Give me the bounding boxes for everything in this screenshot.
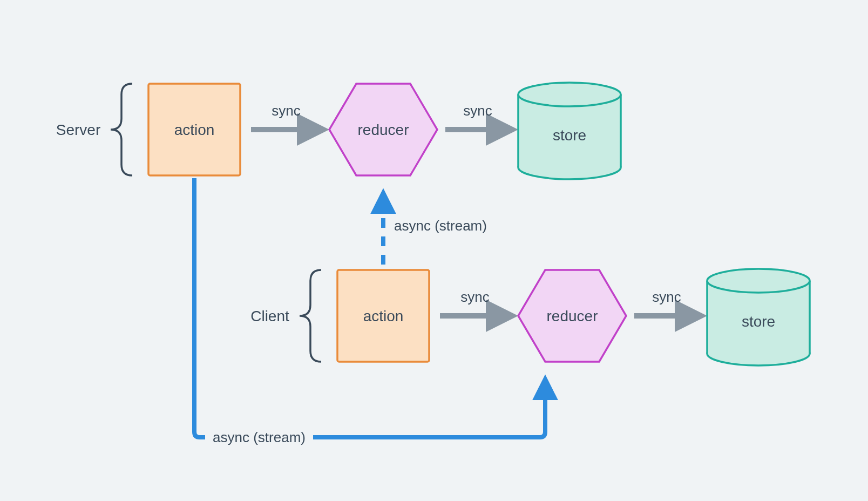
client-label: Client: [250, 308, 289, 324]
svg-point-9: [707, 269, 810, 293]
client-sync-label-2: sync: [652, 289, 681, 305]
server-reducer-label: reducer: [358, 121, 409, 138]
server-brace: [111, 84, 132, 175]
async-stream-label-1: async (stream): [394, 218, 487, 234]
server-action-label: action: [174, 121, 215, 138]
server-sync-label-2: sync: [463, 103, 492, 119]
client-sync-label-1: sync: [460, 289, 489, 305]
server-label: Server: [56, 121, 100, 138]
client-store-label: store: [742, 313, 775, 330]
client-reducer-label: reducer: [547, 308, 598, 324]
async-stream-label-2: async (stream): [213, 429, 306, 445]
svg-point-4: [518, 83, 621, 106]
server-store-label: store: [553, 127, 586, 144]
architecture-diagram: Server action sync reducer sync store Cl…: [0, 0, 868, 501]
client-action-label: action: [363, 308, 404, 324]
server-sync-label-1: sync: [272, 103, 300, 119]
client-brace: [300, 270, 321, 362]
